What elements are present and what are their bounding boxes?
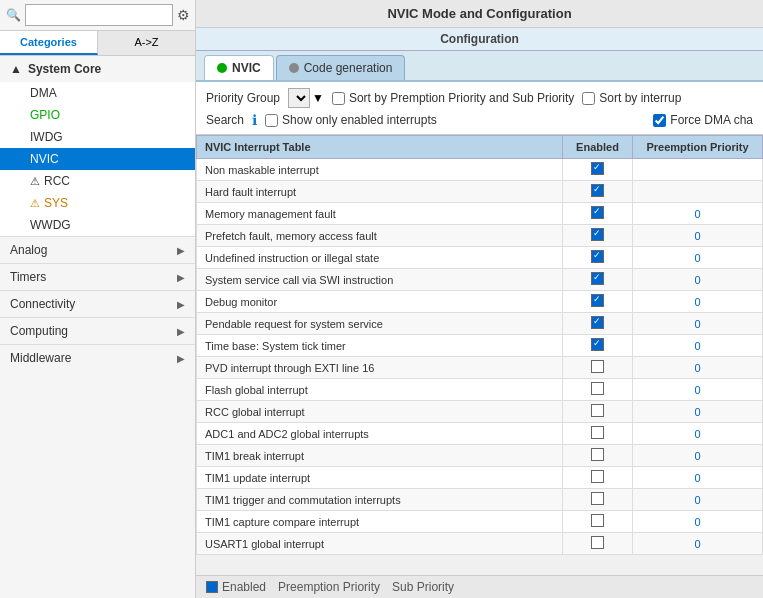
interrupt-priority: 0 [633,489,763,511]
interrupt-enabled[interactable] [563,357,633,379]
interrupt-enabled[interactable] [563,225,633,247]
sidebar-item-rcc[interactable]: ⚠RCC [0,170,195,192]
interrupt-name: TIM1 trigger and commutation interrupts [197,489,563,511]
interrupt-enabled[interactable] [563,291,633,313]
footer-preemption-label: Preemption Priority [278,580,380,594]
priority-group-label: Priority Group [206,91,280,105]
interrupt-enabled[interactable] [563,379,633,401]
nvic-interrupt-table: NVIC Interrupt Table Enabled Preemption … [196,135,763,555]
priority-group-select[interactable] [288,88,310,108]
enabled-checkbox[interactable] [591,536,604,549]
tab-categories[interactable]: Categories [0,31,98,55]
interrupt-priority: 0 [633,335,763,357]
sidebar-item-sys[interactable]: ⚠SYS [0,192,195,214]
interrupt-enabled[interactable] [563,313,633,335]
interrupt-enabled[interactable] [563,533,633,555]
sort-preemption-checkbox-label[interactable]: Sort by Premption Priority and Sub Prior… [332,91,574,105]
tab-nvic[interactable]: NVIC [204,55,274,80]
enabled-checkbox[interactable] [591,360,604,373]
sidebar-content: ▲ System Core DMA GPIO IWDG NVIC ⚠RCC ⚠S… [0,56,195,598]
sort-interrupt-label: Sort by interrup [599,91,681,105]
warning-icon-rcc: ⚠ [30,175,40,188]
category-label-system-core: System Core [28,62,101,76]
sidebar-item-gpio[interactable]: GPIO [0,104,195,126]
interrupt-enabled[interactable] [563,401,633,423]
enabled-checkbox[interactable] [591,272,604,285]
interrupt-enabled[interactable] [563,335,633,357]
sort-interrupt-checkbox[interactable] [582,92,595,105]
interrupt-name: Non maskable interrupt [197,159,563,181]
sort-interrupt-checkbox-label[interactable]: Sort by interrup [582,91,681,105]
sidebar-item-nvic[interactable]: NVIC [0,148,195,170]
sidebar-item-wwdg[interactable]: WWDG [0,214,195,236]
sidebar: 🔍 ⚙ Categories A->Z ▲ System Core DMA GP… [0,0,196,598]
interrupt-enabled[interactable] [563,445,633,467]
footer-sub-priority-label: Sub Priority [392,580,454,594]
info-icon[interactable]: ℹ [252,112,257,128]
show-enabled-checkbox[interactable] [265,114,278,127]
table-row: PVD interrupt through EXTI line 160 [197,357,763,379]
enabled-checkbox[interactable] [591,492,604,505]
enabled-checkbox[interactable] [591,162,604,175]
interrupt-name: TIM1 capture compare interrupt [197,511,563,533]
show-enabled-label: Show only enabled interrupts [282,113,437,127]
category-timers[interactable]: Timers ▶ [0,264,195,290]
category-label-analog: Analog [10,243,47,257]
interrupt-enabled[interactable] [563,489,633,511]
sort-preemption-checkbox[interactable] [332,92,345,105]
enabled-checkbox[interactable] [591,404,604,417]
category-system-core[interactable]: ▲ System Core [0,56,195,82]
category-middleware[interactable]: Middleware ▶ [0,345,195,371]
enabled-checkbox[interactable] [591,206,604,219]
enabled-checkbox[interactable] [591,426,604,439]
category-analog[interactable]: Analog ▶ [0,237,195,263]
interrupt-priority [633,181,763,203]
interrupt-enabled[interactable] [563,269,633,291]
enabled-checkbox[interactable] [591,382,604,395]
sidebar-search-input[interactable] [25,4,173,26]
category-computing[interactable]: Computing ▶ [0,318,195,344]
table-row: ADC1 and ADC2 global interrupts0 [197,423,763,445]
force-dma-checkbox[interactable] [653,114,666,127]
table-row: USART1 global interrupt0 [197,533,763,555]
warning-icon-sys: ⚠ [30,197,40,210]
interrupt-enabled[interactable] [563,467,633,489]
interrupt-enabled[interactable] [563,159,633,181]
show-enabled-checkbox-label[interactable]: Show only enabled interrupts [265,113,437,127]
tab-code-generation[interactable]: Code generation [276,55,406,80]
interrupt-enabled[interactable] [563,203,633,225]
table-row: TIM1 trigger and commutation interrupts0 [197,489,763,511]
arrow-timers: ▶ [177,272,185,283]
enabled-checkbox[interactable] [591,294,604,307]
interrupt-priority: 0 [633,269,763,291]
enabled-checkbox[interactable] [591,448,604,461]
enabled-checkbox[interactable] [591,316,604,329]
sidebar-item-dma[interactable]: DMA [0,82,195,104]
enabled-checkbox[interactable] [591,470,604,483]
category-connectivity[interactable]: Connectivity ▶ [0,291,195,317]
interrupt-name: Prefetch fault, memory access fault [197,225,563,247]
table-row: Flash global interrupt0 [197,379,763,401]
gear-icon[interactable]: ⚙ [177,7,190,23]
enabled-checkbox[interactable] [591,250,604,263]
sub-items-system-core: DMA GPIO IWDG NVIC ⚠RCC ⚠SYS WWDG [0,82,195,236]
interrupt-name: RCC global interrupt [197,401,563,423]
tab-atoz[interactable]: A->Z [98,31,195,55]
enabled-checkbox[interactable] [591,338,604,351]
force-dma-checkbox-label[interactable]: Force DMA cha [653,113,753,127]
interrupt-enabled[interactable] [563,511,633,533]
table-row: Non maskable interrupt [197,159,763,181]
interrupt-enabled[interactable] [563,423,633,445]
col-header-name: NVIC Interrupt Table [197,136,563,159]
arrow-analog: ▶ [177,245,185,256]
interrupt-enabled[interactable] [563,247,633,269]
enabled-checkbox[interactable] [591,228,604,241]
interrupt-enabled[interactable] [563,181,633,203]
sidebar-item-iwdg[interactable]: IWDG [0,126,195,148]
table-row: Prefetch fault, memory access fault0 [197,225,763,247]
enabled-checkbox[interactable] [591,514,604,527]
table-row: Debug monitor0 [197,291,763,313]
enabled-checkbox[interactable] [591,184,604,197]
interrupt-priority: 0 [633,511,763,533]
interrupt-name: Debug monitor [197,291,563,313]
